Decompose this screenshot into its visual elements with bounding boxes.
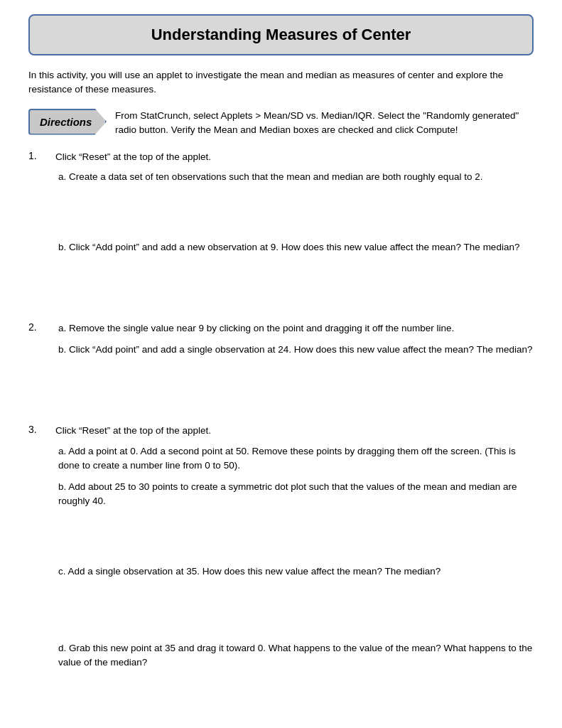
section-2-sub-a-content: Remove the single value near 9 by clicki… — [69, 323, 454, 333]
section-2-number: 2. — [28, 321, 50, 333]
section-2-sub-b: b. Click “Add point” and add a single ob… — [55, 343, 534, 412]
section-2-sub-a-label: a. — [58, 323, 66, 333]
section-3-content: Click “Reset” at the top of the applet. … — [55, 424, 534, 728]
section-3-sub-d-space — [55, 675, 534, 725]
directions-badge: Directions — [28, 109, 107, 135]
section-2-sub-b-text: b. Click “Add point” and add a single ob… — [55, 343, 534, 357]
section-3-sub-c-label: c. — [58, 566, 66, 577]
directions-row: Directions From StatCrunch, select Apple… — [28, 109, 534, 138]
section-3-sub-c: c. Add a single observation at 35. How d… — [55, 564, 534, 634]
section-3-sub-d-content: Grab this new point at 35 and drag it to… — [58, 643, 532, 668]
section-3-sub-c-content: Add a single observation at 35. How does… — [68, 566, 441, 577]
section-3-sub-c-space — [55, 584, 534, 634]
section-2-sub-b-label: b. — [58, 344, 66, 355]
section-3-sub-a-text: a. Add a point at 0. Add a second point … — [55, 444, 534, 473]
section-1-main: Click “Reset” at the top of the applet. — [55, 150, 534, 164]
page-title: Understanding Measures of Center — [44, 26, 518, 44]
section-1-sub-b: b. Click “Add point” and add a new obser… — [55, 240, 534, 310]
section-3-sub-a-label: a. — [58, 446, 66, 456]
section-1-sub-a: a. Create a data set of ten observations… — [55, 170, 534, 232]
section-1: 1. Click “Reset” at the top of the apple… — [28, 150, 534, 317]
intro-paragraph: In this activity, you will use an applet… — [28, 68, 534, 97]
section-3-number: 3. — [28, 424, 50, 435]
section-1-number: 1. — [28, 150, 50, 161]
section-3-sub-a: a. Add a point at 0. Add a second point … — [55, 444, 534, 473]
section-3-sub-c-text: c. Add a single observation at 35. How d… — [55, 564, 534, 579]
section-3-sub-d-label: d. — [58, 643, 66, 653]
section-3-sub-a-content: Add a point at 0. Add a second point at … — [58, 446, 516, 471]
section-2-sub-a-text: a. Remove the single value near 9 by cli… — [55, 321, 534, 336]
section-2-content: a. Remove the single value near 9 by cli… — [55, 321, 534, 420]
section-1-sub-a-label: a. — [58, 171, 66, 182]
section-1-sub-b-label: b. — [58, 242, 66, 252]
directions-text: From StatCrunch, select Applets > Mean/S… — [115, 109, 534, 138]
section-3-sub-b-label: b. — [58, 481, 66, 492]
section-3-sub-b-space — [55, 515, 534, 557]
section-1-sub-a-space — [55, 191, 534, 233]
section-3-sub-d: d. Grab this new point at 35 and drag it… — [55, 641, 534, 726]
section-1-sub-b-content: Click “Add point” and add a new observat… — [69, 242, 519, 252]
section-3-sub-b: b. Add about 25 to 30 points to create a… — [55, 480, 534, 557]
section-1-sub-a-text: a. Create a data set of ten observations… — [55, 170, 534, 184]
section-3-sub-d-text: d. Grab this new point at 35 and drag it… — [55, 641, 534, 670]
title-box: Understanding Measures of Center — [28, 14, 534, 55]
section-3-main: Click “Reset” at the top of the applet. — [55, 424, 534, 438]
section-1-sub-b-text: b. Click “Add point” and add a new obser… — [55, 240, 534, 255]
section-2-sub-b-space — [55, 363, 534, 412]
section-1-sub-b-space — [55, 260, 534, 310]
section-2-sub-b-content: Click “Add point” and add a single obser… — [69, 344, 532, 355]
section-2: 2. a. Remove the single value near 9 by … — [28, 321, 534, 420]
section-3-sub-b-content: Add about 25 to 30 points to create a sy… — [58, 481, 517, 506]
section-3: 3. Click “Reset” at the top of the apple… — [28, 424, 534, 728]
section-1-content: Click “Reset” at the top of the applet. … — [55, 150, 534, 317]
section-3-sub-b-text: b. Add about 25 to 30 points to create a… — [55, 480, 534, 509]
section-2-sub-a: a. Remove the single value near 9 by cli… — [55, 321, 534, 336]
section-1-sub-a-content: Create a data set of ten observations su… — [69, 171, 482, 182]
